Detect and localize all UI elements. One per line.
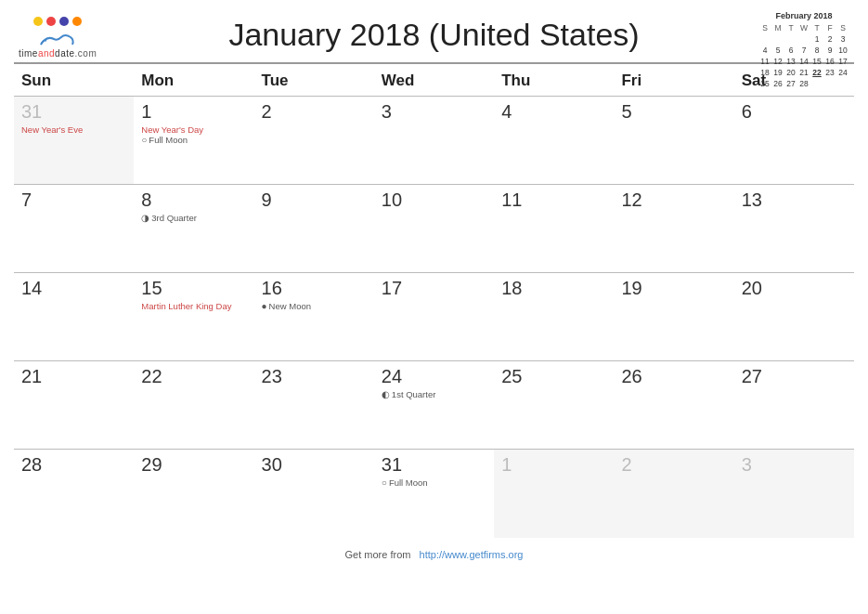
cal-day-cell: 3 — [374, 97, 494, 185]
cal-day-cell: 2 — [254, 97, 374, 185]
dot-red — [46, 17, 56, 26]
day-number: 10 — [382, 189, 486, 211]
cal-day-cell: 13 — [734, 185, 854, 273]
footer-link[interactable]: http://www.getfirms.org — [420, 549, 524, 560]
cal-day-cell: 22 — [134, 361, 253, 450]
cal-day-cell: 29 — [134, 450, 253, 538]
dot-orange — [72, 17, 82, 26]
logo-text: timeanddate.com — [19, 48, 97, 59]
cal-day-cell: 2 — [614, 450, 733, 538]
day-number: 21 — [21, 366, 126, 387]
cal-day-cell: 24◐ 1st Quarter — [374, 361, 494, 450]
cal-day-cell: 20 — [734, 273, 854, 361]
cal-day-cell: 10 — [374, 185, 494, 273]
day-event: New Year's Day — [141, 124, 246, 135]
mini-cal-cell: 11 — [758, 56, 771, 67]
mini-cal-cell: 16 — [823, 56, 836, 67]
mini-cal-cell: 4 — [758, 45, 771, 56]
mini-cal-cell: 10 — [836, 45, 849, 56]
mini-cal-cell: 5 — [771, 45, 784, 56]
cal-day-cell: 1 — [494, 450, 614, 538]
calendar-wrapper: SunMonTueWedThuFriSat 31New Year's Eve1N… — [0, 62, 868, 538]
day-number: 12 — [621, 189, 726, 211]
footer-text: Get more from — [345, 549, 411, 560]
logo-bird-icon — [37, 28, 78, 48]
mini-cal-cell — [771, 33, 784, 45]
main-calendar: SunMonTueWedThuFriSat 31New Year's Eve1N… — [14, 62, 854, 538]
day-number: 27 — [742, 366, 847, 387]
moon-icon: ◑ — [141, 213, 149, 223]
cal-day-cell: 25 — [494, 361, 614, 450]
day-event: ○ Full Moon — [141, 135, 246, 145]
day-number: 28 — [21, 454, 126, 476]
day-number: 2 — [621, 454, 726, 476]
moon-icon: ○ — [141, 135, 147, 145]
mini-cal-cell: 18 — [758, 67, 771, 78]
day-number: 30 — [262, 454, 367, 476]
day-number: 4 — [501, 101, 606, 123]
day-event: ◐ 1st Quarter — [382, 389, 486, 399]
mini-cal-cell: 28 — [797, 78, 810, 89]
day-number: 31 — [21, 101, 126, 123]
cal-day-cell: 19 — [614, 273, 733, 361]
mini-cal-cell: 15 — [810, 56, 823, 67]
mini-cal-cell — [823, 78, 836, 89]
cal-day-cell: 5 — [614, 97, 733, 185]
mini-cal-cell — [758, 33, 771, 45]
cal-day-cell: 6 — [734, 97, 854, 185]
mini-cal-header: T — [784, 22, 797, 33]
mini-cal-cell: 14 — [797, 56, 810, 67]
mini-cal-table: SMTWTFS 12345678910111213141516171819202… — [758, 22, 849, 89]
day-number: 13 — [742, 189, 847, 211]
mini-cal-cell: 20 — [784, 67, 797, 78]
day-number: 17 — [382, 278, 486, 299]
mini-cal-cell: 6 — [784, 45, 797, 56]
day-number: 8 — [141, 189, 246, 211]
moon-icon: ◐ — [382, 389, 390, 399]
mini-cal-cell: 2 — [823, 33, 836, 45]
mini-cal-cell: 13 — [784, 56, 797, 67]
cal-day-cell: 27 — [734, 361, 854, 450]
cal-day-cell: 14 — [14, 273, 134, 361]
day-number: 3 — [382, 101, 486, 123]
day-number: 16 — [262, 278, 367, 299]
mini-cal-header: S — [758, 22, 771, 33]
mini-cal-cell: 1 — [810, 33, 823, 45]
cal-day-cell: 8◑ 3rd Quarter — [134, 185, 253, 273]
cal-weekday-header: Mon — [134, 63, 253, 97]
mini-cal-cell: 23 — [823, 67, 836, 78]
cal-day-cell: 28 — [14, 450, 134, 538]
mini-cal-cell: 21 — [797, 67, 810, 78]
moon-icon: ○ — [382, 477, 387, 488]
cal-day-cell: 18 — [494, 273, 614, 361]
mini-cal-cell — [797, 33, 810, 45]
cal-day-cell: 26 — [614, 361, 733, 450]
cal-day-cell: 16● New Moon — [254, 273, 374, 361]
moon-icon: ● — [262, 301, 267, 311]
day-number: 31 — [382, 454, 486, 476]
day-number: 20 — [742, 278, 847, 299]
site-logo[interactable]: timeanddate.com — [19, 17, 97, 59]
dot-yellow — [33, 17, 43, 26]
page-title: January 2018 (United States) — [228, 17, 639, 53]
mini-cal-header: W — [797, 22, 810, 33]
cal-day-cell: 31○ Full Moon — [374, 450, 494, 538]
page-footer: Get more from http://www.getfirms.org — [0, 542, 868, 568]
mini-calendar: February 2018 SMTWTFS 123456789101112131… — [758, 11, 849, 89]
day-number: 7 — [21, 189, 126, 211]
day-event: ● New Moon — [262, 301, 367, 311]
mini-cal-cell: 9 — [823, 45, 836, 56]
day-number: 24 — [382, 366, 486, 387]
day-number: 1 — [141, 101, 246, 123]
cal-day-cell: 15Martin Luther King Day — [134, 273, 253, 361]
mini-cal-cell: 7 — [797, 45, 810, 56]
day-number: 19 — [621, 278, 726, 299]
cal-day-cell: 4 — [494, 97, 614, 185]
mini-cal-cell: 25 — [758, 78, 771, 89]
day-number: 23 — [262, 366, 367, 387]
cal-weekday-header: Sun — [14, 63, 134, 97]
mini-cal-cell: 24 — [836, 67, 849, 78]
day-number: 29 — [141, 454, 246, 476]
cal-day-cell: 9 — [254, 185, 374, 273]
mini-cal-header: F — [823, 22, 836, 33]
